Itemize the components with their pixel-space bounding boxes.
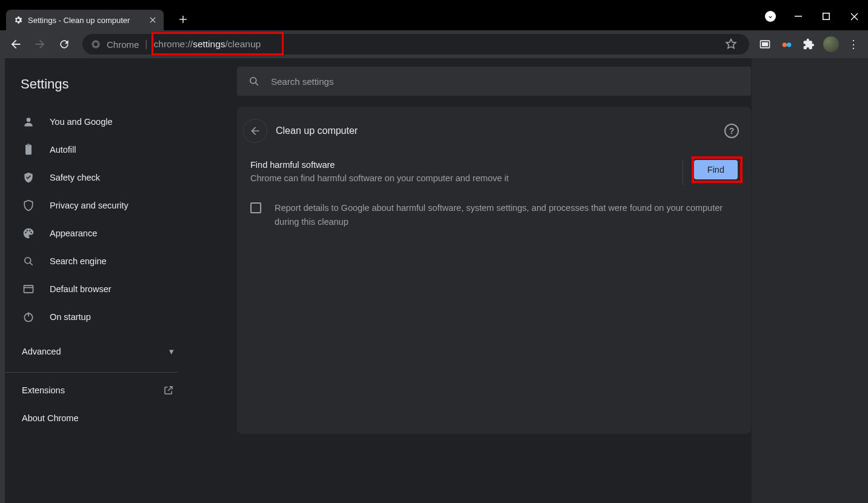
report-checkbox-label: Report details to Google about harmful s… bbox=[275, 201, 738, 229]
settings-heading: Settings bbox=[5, 76, 190, 92]
window-controls bbox=[765, 7, 868, 25]
sidebar-item-you-and-google[interactable]: You and Google bbox=[5, 108, 190, 136]
search-icon bbox=[22, 255, 35, 268]
gear-icon bbox=[13, 15, 23, 25]
extensions-label: Extensions bbox=[22, 385, 65, 395]
svg-point-13 bbox=[250, 78, 256, 84]
palette-icon bbox=[22, 227, 35, 240]
person-icon bbox=[22, 115, 35, 128]
find-button[interactable]: Find bbox=[694, 160, 738, 179]
about-label: About Chrome bbox=[22, 413, 79, 423]
sidebar-item-safety-check[interactable]: Safety check bbox=[5, 164, 190, 192]
reload-button[interactable] bbox=[53, 33, 75, 55]
sidebar-item-label: Autofill bbox=[50, 145, 76, 155]
sidebar-item-about[interactable]: About Chrome bbox=[5, 404, 190, 432]
power-icon bbox=[22, 310, 35, 324]
section-title: Find harmful software bbox=[250, 160, 664, 170]
nav-forward-button[interactable] bbox=[29, 33, 51, 55]
browser-toolbar: Chrome | chrome://settings/cleanup ⋮ bbox=[0, 30, 868, 58]
report-checkbox-row: Report details to Google about harmful s… bbox=[237, 185, 751, 229]
cleanup-panel: Clean up computer ? Find harmful softwar… bbox=[237, 107, 751, 434]
chevron-down-icon: ▾ bbox=[169, 347, 174, 356]
panel-header: Clean up computer ? bbox=[237, 118, 751, 144]
bookmark-star-button[interactable] bbox=[721, 35, 741, 54]
settings-main: Search settings Clean up computer ? Find… bbox=[190, 58, 752, 503]
svg-rect-0 bbox=[795, 16, 802, 17]
sidebar-item-label: You and Google bbox=[50, 117, 112, 127]
find-harmful-section: Find harmful software Chrome can find ha… bbox=[237, 144, 751, 185]
glasses-extension-icon[interactable] bbox=[777, 35, 796, 54]
window-maximize-button[interactable] bbox=[812, 7, 840, 25]
search-placeholder: Search settings bbox=[271, 76, 333, 87]
sidebar-item-label: Default browser bbox=[50, 284, 112, 294]
tab-title: Settings - Clean up computer bbox=[28, 16, 143, 25]
settings-search[interactable]: Search settings bbox=[237, 67, 751, 96]
panel-title: Clean up computer bbox=[276, 125, 358, 136]
url-text: chrome://settings/cleanup bbox=[154, 39, 261, 50]
shield-icon bbox=[22, 199, 35, 212]
titlebar: Settings - Clean up computer bbox=[0, 0, 868, 30]
sidebar-advanced-toggle[interactable]: Advanced ▾ bbox=[5, 337, 190, 366]
settings-sidebar: Settings You and Google Autofill Safety … bbox=[5, 58, 190, 503]
svg-point-6 bbox=[783, 42, 787, 47]
svg-point-7 bbox=[787, 42, 791, 47]
download-indicator-icon[interactable] bbox=[765, 11, 776, 22]
panel-back-button[interactable] bbox=[243, 119, 267, 143]
sidebar-item-default-browser[interactable]: Default browser bbox=[5, 275, 190, 303]
search-icon bbox=[248, 75, 260, 87]
sidebar-item-search-engine[interactable]: Search engine bbox=[5, 247, 190, 275]
svg-point-10 bbox=[25, 258, 31, 264]
address-bar[interactable]: Chrome | chrome://settings/cleanup bbox=[82, 34, 749, 55]
help-icon[interactable]: ? bbox=[724, 124, 739, 138]
svg-rect-5 bbox=[762, 42, 768, 47]
browser-window-icon bbox=[22, 282, 35, 296]
extensions-puzzle-icon[interactable] bbox=[799, 35, 818, 54]
origin-label: Chrome bbox=[107, 39, 139, 50]
sidebar-item-on-startup[interactable]: On startup bbox=[5, 303, 190, 331]
sidebar-item-label: Safety check bbox=[50, 173, 100, 182]
sidebar-item-label: On startup bbox=[50, 312, 91, 322]
clipboard-icon bbox=[22, 143, 35, 156]
window-close-button[interactable] bbox=[840, 7, 868, 25]
chrome-origin-icon bbox=[91, 39, 101, 49]
svg-rect-1 bbox=[823, 13, 830, 20]
sidebar-item-label: Search engine bbox=[50, 256, 107, 266]
reader-extension-icon[interactable] bbox=[755, 35, 775, 54]
browser-menu-button[interactable]: ⋮ bbox=[844, 35, 863, 54]
divider bbox=[5, 372, 178, 373]
svg-rect-11 bbox=[24, 285, 33, 293]
nav-back-button[interactable] bbox=[5, 33, 27, 55]
browser-tab[interactable]: Settings - Clean up computer bbox=[6, 10, 164, 30]
sidebar-item-appearance[interactable]: Appearance bbox=[5, 219, 190, 247]
svg-point-3 bbox=[94, 42, 98, 46]
right-empty-area bbox=[752, 58, 868, 503]
report-checkbox[interactable] bbox=[250, 202, 261, 213]
shield-check-icon bbox=[22, 171, 35, 184]
profile-avatar[interactable] bbox=[823, 36, 839, 52]
section-description: Chrome can find harmful software on your… bbox=[250, 172, 664, 185]
sidebar-item-privacy[interactable]: Privacy and security bbox=[5, 192, 190, 219]
window-minimize-button[interactable] bbox=[784, 7, 812, 25]
svg-rect-8 bbox=[786, 44, 787, 45]
sidebar-item-autofill[interactable]: Autofill bbox=[5, 136, 190, 164]
open-in-new-icon bbox=[163, 385, 174, 396]
sidebar-item-extensions[interactable]: Extensions bbox=[5, 376, 190, 404]
page-content: Settings You and Google Autofill Safety … bbox=[0, 58, 868, 503]
new-tab-button[interactable] bbox=[175, 11, 192, 28]
divider bbox=[683, 160, 683, 185]
advanced-label: Advanced bbox=[22, 347, 61, 356]
close-tab-button[interactable] bbox=[148, 15, 158, 25]
sidebar-item-label: Appearance bbox=[50, 228, 97, 238]
svg-point-9 bbox=[27, 118, 31, 122]
sidebar-item-label: Privacy and security bbox=[50, 201, 129, 210]
